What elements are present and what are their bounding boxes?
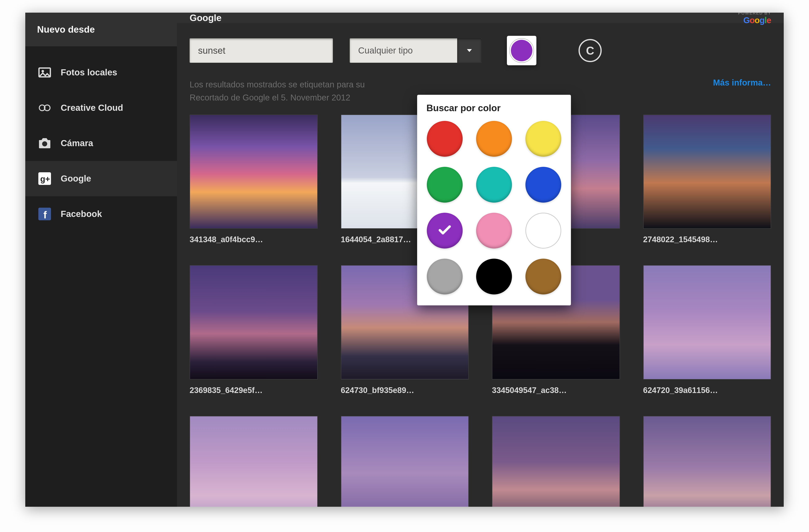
result-thumb[interactable] xyxy=(341,416,469,507)
device-frame: Nuevo desde Fotos localesCreative CloudC… xyxy=(0,0,809,532)
result-image xyxy=(190,114,318,229)
color-swatch-gray[interactable] xyxy=(427,259,463,295)
color-swatch-purple[interactable] xyxy=(427,213,463,249)
result-thumb[interactable] xyxy=(190,416,318,507)
sidebar-item-camera[interactable]: Cámara xyxy=(25,125,177,161)
result-caption: 3345049547_ac38… xyxy=(492,386,620,395)
photos-icon xyxy=(37,65,52,80)
check-icon xyxy=(437,223,452,238)
result-caption: 2369835_6429e5f… xyxy=(190,386,318,395)
main-panel: Google powered by Google Cualquier tipo xyxy=(177,13,784,507)
sidebar-item-label: Facebook xyxy=(61,209,102,219)
sidebar-item-photos[interactable]: Fotos locales xyxy=(25,55,177,90)
sidebar-title: Nuevo desde xyxy=(25,13,177,46)
color-filter-button[interactable] xyxy=(507,36,536,65)
google-logo: Google xyxy=(738,16,771,25)
result-thumb[interactable] xyxy=(643,416,771,507)
result-caption: 624730_bf935e89… xyxy=(341,386,469,395)
color-swatch-blue[interactable] xyxy=(526,167,561,202)
svg-point-1 xyxy=(41,70,44,72)
color-swatch-yellow[interactable] xyxy=(526,121,561,157)
result-image xyxy=(190,265,318,379)
camera-icon xyxy=(37,136,52,151)
color-swatch-teal[interactable] xyxy=(476,167,512,202)
color-swatch-grid xyxy=(426,121,562,295)
result-thumb[interactable]: 2748022_1545498… xyxy=(643,114,771,244)
color-swatch-brown[interactable] xyxy=(526,259,561,295)
result-image xyxy=(341,416,469,507)
result-caption: 624720_39a61156… xyxy=(643,386,771,395)
color-swatch-pink[interactable] xyxy=(476,213,512,249)
search-toolbar: Cualquier tipo C xyxy=(177,23,784,70)
creative-cloud-icon xyxy=(37,100,52,116)
sidebar: Nuevo desde Fotos localesCreative CloudC… xyxy=(25,13,177,507)
sidebar-item-google-plus[interactable]: g+Google xyxy=(25,161,177,196)
type-dropdown-value: Cualquier tipo xyxy=(350,38,457,63)
license-filter-button[interactable]: C xyxy=(579,39,602,62)
result-thumb[interactable] xyxy=(492,416,620,507)
source-title: Google xyxy=(190,13,222,23)
chevron-down-icon xyxy=(457,38,482,63)
color-picker-popover: Buscar por color xyxy=(417,95,571,305)
sidebar-item-facebook[interactable]: fFacebook xyxy=(25,196,177,232)
search-input[interactable] xyxy=(190,38,333,63)
color-swatch-red[interactable] xyxy=(427,121,463,157)
powered-by-badge: powered by Google xyxy=(738,13,771,25)
color-filter-swatch xyxy=(511,40,532,61)
copyright-icon: C xyxy=(586,44,594,57)
result-image xyxy=(643,416,771,507)
sidebar-item-creative-cloud[interactable]: Creative Cloud xyxy=(25,90,177,125)
result-caption: 2748022_1545498… xyxy=(643,235,771,244)
results-meta-text: Los resultados mostrados se etiquetan pa… xyxy=(190,78,365,104)
svg-text:g+: g+ xyxy=(40,174,50,183)
result-image xyxy=(492,416,620,507)
results-meta-line1: Los resultados mostrados se etiquetan pa… xyxy=(190,78,365,91)
result-thumb[interactable]: 2369835_6429e5f… xyxy=(190,265,318,395)
color-swatch-black[interactable] xyxy=(476,259,512,295)
sidebar-item-label: Fotos locales xyxy=(61,67,117,77)
result-image xyxy=(643,114,771,229)
color-swatch-orange[interactable] xyxy=(476,121,512,157)
color-filter-swatch-ring xyxy=(509,38,534,63)
main-header: Google powered by Google xyxy=(177,13,784,23)
sidebar-item-label: Creative Cloud xyxy=(61,103,123,113)
svg-point-4 xyxy=(42,141,47,146)
more-info-link[interactable]: Más informa… xyxy=(713,78,771,87)
result-image xyxy=(190,416,318,507)
sidebar-item-label: Google xyxy=(61,174,91,184)
type-dropdown[interactable]: Cualquier tipo xyxy=(350,38,482,63)
facebook-icon: f xyxy=(37,207,52,221)
svg-text:f: f xyxy=(44,209,47,220)
result-thumb[interactable]: 624720_39a61156… xyxy=(643,265,771,395)
results-meta-line2: Recortado de Google el 5. November 2012 xyxy=(190,91,365,104)
powered-by-text: powered by xyxy=(738,13,771,16)
sidebar-item-label: Cámara xyxy=(61,138,93,148)
sidebar-nav: Fotos localesCreative CloudCámarag+Googl… xyxy=(25,46,177,232)
result-image xyxy=(643,265,771,379)
google-plus-icon: g+ xyxy=(37,171,52,186)
app-window: Nuevo desde Fotos localesCreative CloudC… xyxy=(25,13,784,507)
result-thumb[interactable]: 341348_a0f4bcc9… xyxy=(190,114,318,244)
color-swatch-white[interactable] xyxy=(526,213,561,249)
result-caption: 341348_a0f4bcc9… xyxy=(190,235,318,244)
color-swatch-green[interactable] xyxy=(427,167,463,202)
color-picker-title: Buscar por color xyxy=(426,103,562,113)
